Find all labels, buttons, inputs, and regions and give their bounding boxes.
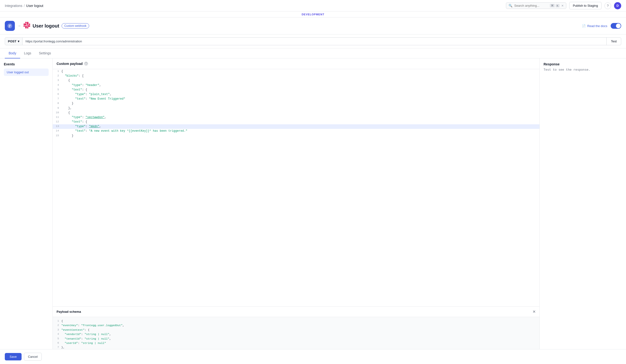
schema-line-number: 5: [53, 337, 61, 341]
code-line: 15 }: [53, 134, 540, 138]
schema-line: 5 "tenantId": "string | null",: [53, 337, 540, 341]
arrow-icon: →: [17, 24, 21, 28]
line-number: 1: [53, 69, 61, 73]
method-select[interactable]: POST ▾: [5, 37, 23, 45]
code-line: 14 "text": "A new event with key *{{even…: [53, 129, 540, 133]
schema-close-button[interactable]: ✕: [533, 309, 536, 314]
line-code: }: [61, 134, 73, 138]
webhook-badge[interactable]: Custom webhook: [62, 23, 89, 29]
line-number: 7: [53, 97, 61, 101]
cancel-button[interactable]: Cancel: [24, 353, 42, 361]
breadcrumb-current: User logout: [26, 4, 43, 8]
line-number: 14: [53, 129, 61, 133]
events-panel: Events User logged out: [0, 58, 53, 364]
read-docs-label: Read the docs: [587, 24, 607, 28]
panel-title: Custom payload ⓘ: [57, 62, 88, 66]
code-line: 2 "blocks": [: [53, 74, 540, 78]
panel-header: Custom payload ⓘ: [53, 58, 540, 69]
info-icon[interactable]: ⓘ: [84, 62, 88, 66]
line-number: 11: [53, 115, 61, 119]
kbd-meta: ⌘: [550, 4, 555, 7]
line-number: 8: [53, 101, 61, 106]
code-line: 10 {: [53, 111, 540, 115]
line-number: 3: [53, 78, 61, 83]
url-input[interactable]: [23, 37, 607, 45]
code-line: 4 "type": "header",: [53, 83, 540, 88]
schema-line-number: 6: [53, 341, 61, 345]
tab-body[interactable]: Body: [5, 48, 20, 58]
code-editor[interactable]: 1 { 2 "blocks": [ 3 { 4 "type": "header"…: [53, 69, 540, 306]
method-label: POST: [8, 39, 16, 43]
breadcrumb-sep: /: [24, 4, 25, 8]
line-number: 13: [53, 124, 61, 129]
top-nav-right: 🔍 ⌘ K ✕ Publish to Staging ? D: [506, 2, 621, 9]
line-code: },: [61, 106, 72, 111]
line-code: "type": "mkdn",: [61, 124, 101, 129]
breadcrumb-integrations[interactable]: Integrations: [5, 4, 22, 8]
schema-header: Payload schema ✕: [53, 307, 540, 317]
search-shortcut: ⌘ K ✕: [550, 4, 564, 7]
line-number: 4: [53, 83, 61, 87]
response-hint: Test to see the response.: [544, 68, 622, 72]
schema-line-number: 2: [53, 323, 61, 328]
avatar[interactable]: D: [614, 2, 621, 9]
top-nav: Integrations / User logout 🔍 ⌘ K ✕ Publi…: [0, 0, 626, 11]
schema-line-code: "userId": "string | null": [61, 341, 106, 345]
line-code: "text": {: [61, 88, 87, 92]
line-number: 12: [53, 120, 61, 124]
schema-line-number: 3: [53, 328, 61, 332]
line-number: 2: [53, 74, 61, 78]
save-button[interactable]: Save: [5, 353, 22, 361]
app-icon: [5, 21, 15, 31]
close-shortcut-icon[interactable]: ✕: [561, 4, 564, 7]
line-code: {: [61, 78, 70, 83]
line-number: 10: [53, 111, 61, 115]
schema-line-code: {: [61, 319, 63, 323]
line-code: "type": "header",: [61, 83, 101, 88]
schema-line-number: 1: [53, 319, 61, 323]
schema-line: 6 "userId": "string | null": [53, 341, 540, 345]
schema-line: 3 "eventContext": {: [53, 328, 540, 332]
publish-to-staging-button[interactable]: Publish to Staging: [569, 2, 602, 9]
search-input[interactable]: [514, 4, 548, 7]
read-docs-button[interactable]: 📄 Read the docs: [582, 24, 607, 28]
code-line: 9 },: [53, 106, 540, 111]
line-code: "text": "A new event with key *{{eventKe…: [61, 129, 187, 133]
page-header-left: → User logout Custom webhook: [5, 21, 89, 31]
tab-logs[interactable]: Logs: [20, 48, 35, 58]
code-line-highlighted: 13 "type": "mkdn",: [53, 124, 540, 129]
event-item-user-logged-out[interactable]: User logged out: [4, 69, 49, 76]
line-code: "blocks": [: [61, 74, 84, 78]
test-button[interactable]: Test: [607, 37, 621, 45]
line-number: 6: [53, 92, 61, 97]
help-icon[interactable]: ?: [604, 2, 611, 9]
search-bar[interactable]: 🔍 ⌘ K ✕: [506, 2, 566, 9]
line-code: {: [61, 111, 70, 115]
schema-line: 1 {: [53, 319, 540, 323]
code-line: 5 "text": {: [53, 88, 540, 92]
code-line: 3 {: [53, 78, 540, 83]
schema-line-number: 4: [53, 332, 61, 336]
schema-title: Payload schema: [57, 310, 81, 313]
schema-line-code: "vendorId": "string | null",: [61, 332, 111, 336]
dev-banner: DEVELOPMENT: [0, 11, 626, 17]
line-number: 5: [53, 88, 61, 92]
schema-line-code: "tenantId": "string | null",: [61, 337, 111, 341]
code-line: 7 "text": "New Event Triggered": [53, 97, 540, 101]
slack-logo: [24, 22, 30, 29]
kbd-k: K: [555, 4, 560, 7]
toggle-switch[interactable]: [611, 23, 621, 29]
schema-line: 4 "vendorId": "string | null",: [53, 332, 540, 336]
events-title: Events: [4, 62, 49, 66]
code-line: 8 }: [53, 101, 540, 106]
line-number: 9: [53, 106, 61, 110]
schema-line-code: "eventKey": "frontegg.user.loggedOut",: [61, 323, 124, 328]
code-line: 11 "type": "sectwwdon",: [53, 115, 540, 120]
line-code: "type": "sectwwdon",: [61, 115, 106, 120]
tab-settings[interactable]: Settings: [35, 48, 55, 58]
line-code: "text": "New Event Triggered": [61, 97, 125, 101]
page-title: User logout: [33, 23, 59, 29]
line-code: }: [61, 101, 73, 106]
bottom-bar: Save Cancel: [0, 349, 626, 364]
url-bar: POST ▾ Test: [0, 35, 626, 48]
